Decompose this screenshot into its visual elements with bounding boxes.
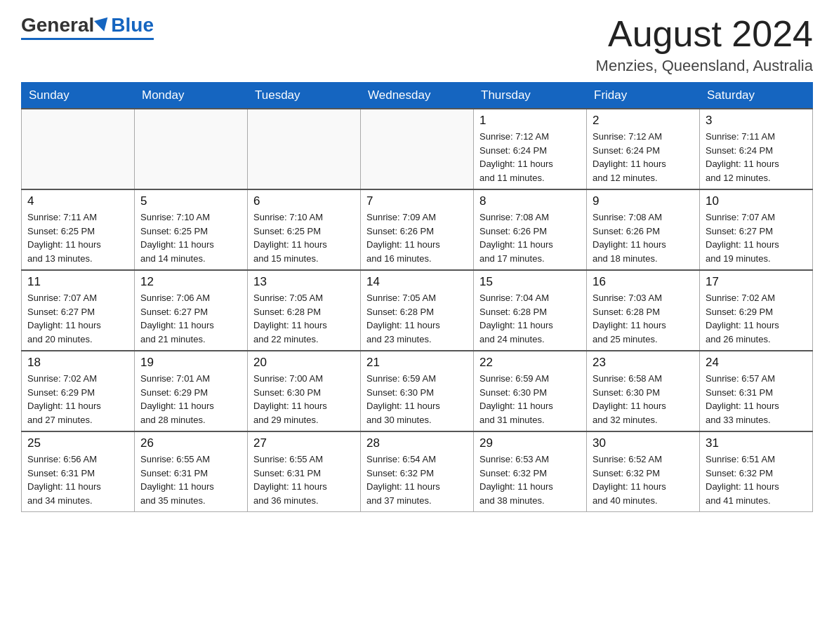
calendar-cell — [248, 109, 361, 189]
calendar-cell: 1Sunrise: 7:12 AMSunset: 6:24 PMDaylight… — [474, 109, 587, 189]
day-number: 9 — [593, 194, 694, 208]
calendar-cell — [135, 109, 248, 189]
calendar-cell: 23Sunrise: 6:58 AMSunset: 6:30 PMDayligh… — [587, 351, 700, 431]
calendar-cell: 31Sunrise: 6:51 AMSunset: 6:32 PMDayligh… — [700, 431, 813, 512]
header-cell-saturday: Saturday — [700, 83, 813, 109]
calendar-cell: 30Sunrise: 6:52 AMSunset: 6:32 PMDayligh… — [587, 431, 700, 512]
day-info: Sunrise: 7:02 AMSunset: 6:29 PMDaylight:… — [27, 372, 128, 427]
header-cell-thursday: Thursday — [474, 83, 587, 109]
calendar-cell: 26Sunrise: 6:55 AMSunset: 6:31 PMDayligh… — [135, 431, 248, 512]
calendar-cell: 13Sunrise: 7:05 AMSunset: 6:28 PMDayligh… — [248, 270, 361, 351]
day-number: 8 — [479, 194, 581, 208]
day-info: Sunrise: 6:55 AMSunset: 6:31 PMDaylight:… — [253, 452, 355, 507]
week-row-4: 18Sunrise: 7:02 AMSunset: 6:29 PMDayligh… — [22, 351, 813, 431]
logo-underline — [21, 38, 154, 40]
logo-general-text: General — [21, 14, 94, 36]
day-info: Sunrise: 6:57 AMSunset: 6:31 PMDaylight:… — [706, 372, 807, 427]
calendar-cell: 8Sunrise: 7:08 AMSunset: 6:26 PMDaylight… — [474, 189, 587, 270]
day-info: Sunrise: 7:07 AMSunset: 6:27 PMDaylight:… — [27, 291, 128, 346]
day-info: Sunrise: 6:58 AMSunset: 6:30 PMDaylight:… — [593, 372, 694, 427]
day-info: Sunrise: 6:59 AMSunset: 6:30 PMDaylight:… — [479, 372, 581, 427]
day-number: 19 — [140, 356, 241, 370]
calendar-cell: 21Sunrise: 6:59 AMSunset: 6:30 PMDayligh… — [361, 351, 474, 431]
calendar-cell — [361, 109, 474, 189]
logo-triangle-icon — [94, 18, 111, 34]
day-info: Sunrise: 7:10 AMSunset: 6:25 PMDaylight:… — [140, 210, 241, 265]
day-info: Sunrise: 7:07 AMSunset: 6:27 PMDaylight:… — [706, 210, 807, 265]
day-number: 1 — [479, 114, 581, 128]
calendar-cell: 14Sunrise: 7:05 AMSunset: 6:28 PMDayligh… — [361, 270, 474, 351]
day-number: 3 — [706, 114, 807, 128]
header-row: SundayMondayTuesdayWednesdayThursdayFrid… — [22, 83, 813, 109]
day-info: Sunrise: 7:11 AMSunset: 6:25 PMDaylight:… — [27, 210, 128, 265]
calendar-cell: 4Sunrise: 7:11 AMSunset: 6:25 PMDaylight… — [22, 189, 135, 270]
day-number: 22 — [479, 356, 581, 370]
day-number: 27 — [253, 436, 355, 450]
day-info: Sunrise: 7:04 AMSunset: 6:28 PMDaylight:… — [479, 291, 581, 346]
header-cell-monday: Monday — [135, 83, 248, 109]
header-cell-wednesday: Wednesday — [361, 83, 474, 109]
day-number: 30 — [593, 436, 694, 450]
day-info: Sunrise: 7:06 AMSunset: 6:27 PMDaylight:… — [140, 291, 241, 346]
day-info: Sunrise: 6:53 AMSunset: 6:32 PMDaylight:… — [479, 452, 581, 507]
calendar-cell: 10Sunrise: 7:07 AMSunset: 6:27 PMDayligh… — [700, 189, 813, 270]
day-number: 20 — [253, 356, 355, 370]
day-info: Sunrise: 6:56 AMSunset: 6:31 PMDaylight:… — [27, 452, 128, 507]
calendar-cell: 24Sunrise: 6:57 AMSunset: 6:31 PMDayligh… — [700, 351, 813, 431]
logo: General Blue — [21, 14, 154, 40]
day-number: 7 — [366, 194, 468, 208]
calendar-cell: 18Sunrise: 7:02 AMSunset: 6:29 PMDayligh… — [22, 351, 135, 431]
day-number: 23 — [593, 356, 694, 370]
header-cell-friday: Friday — [587, 83, 700, 109]
day-info: Sunrise: 6:51 AMSunset: 6:32 PMDaylight:… — [706, 452, 807, 507]
day-info: Sunrise: 7:02 AMSunset: 6:29 PMDaylight:… — [706, 291, 807, 346]
calendar-cell: 19Sunrise: 7:01 AMSunset: 6:29 PMDayligh… — [135, 351, 248, 431]
calendar-cell: 20Sunrise: 7:00 AMSunset: 6:30 PMDayligh… — [248, 351, 361, 431]
week-row-1: 1Sunrise: 7:12 AMSunset: 6:24 PMDaylight… — [22, 109, 813, 189]
day-number: 16 — [593, 275, 694, 289]
day-info: Sunrise: 7:08 AMSunset: 6:26 PMDaylight:… — [479, 210, 581, 265]
calendar-cell: 28Sunrise: 6:54 AMSunset: 6:32 PMDayligh… — [361, 431, 474, 512]
day-info: Sunrise: 7:08 AMSunset: 6:26 PMDaylight:… — [593, 210, 694, 265]
day-info: Sunrise: 7:01 AMSunset: 6:29 PMDaylight:… — [140, 372, 241, 427]
day-info: Sunrise: 7:09 AMSunset: 6:26 PMDaylight:… — [366, 210, 468, 265]
calendar-table: SundayMondayTuesdayWednesdayThursdayFrid… — [21, 82, 813, 512]
logo-blue-text: Blue — [111, 14, 154, 36]
calendar-cell: 15Sunrise: 7:04 AMSunset: 6:28 PMDayligh… — [474, 270, 587, 351]
day-number: 28 — [366, 436, 468, 450]
day-number: 10 — [706, 194, 807, 208]
day-number: 4 — [27, 194, 128, 208]
day-info: Sunrise: 6:54 AMSunset: 6:32 PMDaylight:… — [366, 452, 468, 507]
day-info: Sunrise: 7:10 AMSunset: 6:25 PMDaylight:… — [253, 210, 355, 265]
day-number: 18 — [27, 356, 128, 370]
day-number: 29 — [479, 436, 581, 450]
week-row-2: 4Sunrise: 7:11 AMSunset: 6:25 PMDaylight… — [22, 189, 813, 270]
calendar-cell: 11Sunrise: 7:07 AMSunset: 6:27 PMDayligh… — [22, 270, 135, 351]
day-number: 25 — [27, 436, 128, 450]
day-number: 17 — [706, 275, 807, 289]
day-info: Sunrise: 7:12 AMSunset: 6:24 PMDaylight:… — [479, 130, 581, 185]
day-info: Sunrise: 6:59 AMSunset: 6:30 PMDaylight:… — [366, 372, 468, 427]
day-info: Sunrise: 6:52 AMSunset: 6:32 PMDaylight:… — [593, 452, 694, 507]
calendar-cell: 22Sunrise: 6:59 AMSunset: 6:30 PMDayligh… — [474, 351, 587, 431]
calendar-cell: 27Sunrise: 6:55 AMSunset: 6:31 PMDayligh… — [248, 431, 361, 512]
title-area: August 2024 Menzies, Queensland, Austral… — [596, 14, 813, 75]
calendar-cell: 25Sunrise: 6:56 AMSunset: 6:31 PMDayligh… — [22, 431, 135, 512]
day-number: 12 — [140, 275, 241, 289]
logo-text: General Blue — [21, 14, 154, 36]
day-number: 2 — [593, 114, 694, 128]
calendar-cell: 17Sunrise: 7:02 AMSunset: 6:29 PMDayligh… — [700, 270, 813, 351]
day-number: 13 — [253, 275, 355, 289]
calendar-cell: 3Sunrise: 7:11 AMSunset: 6:24 PMDaylight… — [700, 109, 813, 189]
calendar-cell: 9Sunrise: 7:08 AMSunset: 6:26 PMDaylight… — [587, 189, 700, 270]
day-number: 24 — [706, 356, 807, 370]
day-number: 14 — [366, 275, 468, 289]
calendar-cell: 6Sunrise: 7:10 AMSunset: 6:25 PMDaylight… — [248, 189, 361, 270]
day-info: Sunrise: 7:05 AMSunset: 6:28 PMDaylight:… — [253, 291, 355, 346]
day-info: Sunrise: 7:12 AMSunset: 6:24 PMDaylight:… — [593, 130, 694, 185]
day-number: 31 — [706, 436, 807, 450]
calendar-cell: 2Sunrise: 7:12 AMSunset: 6:24 PMDaylight… — [587, 109, 700, 189]
calendar-cell: 29Sunrise: 6:53 AMSunset: 6:32 PMDayligh… — [474, 431, 587, 512]
day-info: Sunrise: 7:03 AMSunset: 6:28 PMDaylight:… — [593, 291, 694, 346]
day-info: Sunrise: 7:00 AMSunset: 6:30 PMDaylight:… — [253, 372, 355, 427]
